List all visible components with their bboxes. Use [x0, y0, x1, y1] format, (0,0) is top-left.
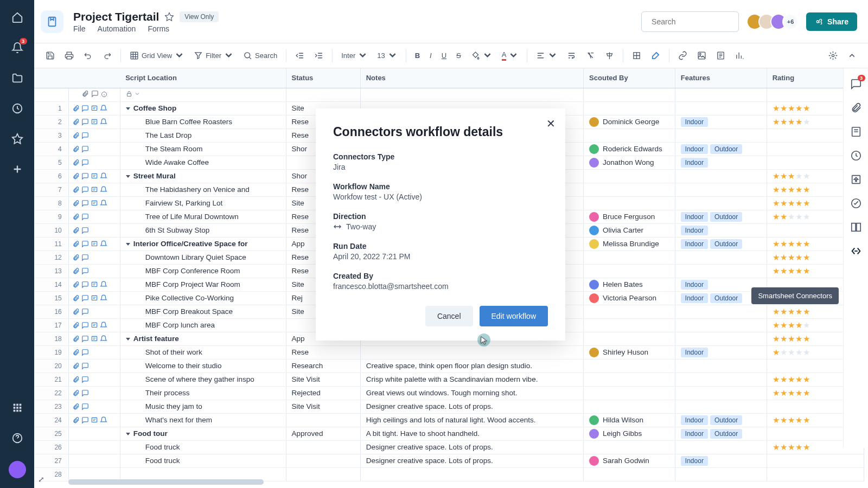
undo-icon[interactable] [80, 47, 97, 65]
svg-rect-23 [92, 119, 97, 124]
settings-icon[interactable] [825, 47, 841, 65]
edit-workflow-button[interactable]: Edit workflow [480, 306, 548, 326]
print-icon[interactable] [61, 47, 78, 65]
svg-point-19 [832, 54, 834, 56]
clear-format-icon[interactable] [582, 47, 599, 65]
col-status[interactable]: Status [286, 68, 360, 88]
help-icon[interactable] [10, 431, 25, 446]
table-row[interactable]: 27Food truckDesigner creative space. Lot… [34, 454, 864, 467]
add-icon[interactable] [10, 162, 25, 177]
indent-icon[interactable] [310, 47, 327, 65]
underline-icon[interactable]: U [438, 47, 450, 65]
collapse-icon[interactable] [844, 47, 860, 65]
strikethrough-icon[interactable]: S [452, 47, 465, 65]
menu-automation[interactable]: Automation [98, 24, 136, 33]
col-script-location[interactable]: Script Location [120, 68, 286, 88]
left-rail: 3 [0, 0, 34, 488]
chevron-down-icon [548, 51, 557, 60]
image-icon[interactable] [693, 47, 710, 65]
text-color-icon[interactable]: A [498, 47, 522, 65]
connectors-panel-icon[interactable] [850, 245, 862, 257]
comments-panel-icon[interactable]: 3 [850, 78, 862, 90]
svg-rect-30 [92, 323, 97, 327]
highlight-icon[interactable] [647, 47, 664, 65]
col-scouted-by[interactable]: Scouted By [584, 68, 675, 88]
svg-rect-21 [127, 94, 131, 97]
outdent-icon[interactable] [291, 47, 308, 65]
table-row[interactable]: 19Shot of their workReseShirley HusonInd… [34, 345, 864, 359]
col-features[interactable]: Features [675, 68, 767, 88]
view-switcher[interactable]: Grid View [126, 47, 188, 65]
svg-rect-24 [92, 174, 97, 178]
menu-file[interactable]: File [73, 24, 86, 33]
publish-panel-icon[interactable] [850, 174, 862, 185]
format-painter-icon[interactable] [601, 47, 618, 65]
fill-color-icon[interactable] [467, 47, 496, 65]
expand-icon[interactable]: ⤢ [38, 475, 44, 484]
form-icon[interactable] [712, 47, 729, 65]
bold-icon[interactable]: B [411, 47, 424, 65]
user-avatar[interactable] [9, 461, 26, 478]
svg-rect-7 [13, 410, 15, 412]
horizontal-scrollbar[interactable] [68, 479, 264, 485]
wrap-icon[interactable] [563, 47, 580, 65]
table-row[interactable]: 20Welcome to their studioResearchCreativ… [34, 359, 864, 373]
col-notes[interactable]: Notes [360, 68, 583, 88]
table-row[interactable]: 25Food tourApprovedA bit tight. Have to … [34, 427, 864, 440]
folder-icon[interactable] [10, 70, 25, 86]
table-row[interactable]: 21Scene of where they gather inspoSite V… [34, 373, 864, 386]
proofs-panel-icon[interactable] [850, 126, 862, 138]
table-row[interactable]: 24What's next for themHigh ceilings and … [34, 413, 864, 427]
close-icon[interactable]: ✕ [546, 117, 556, 130]
font-size-select[interactable]: 13 [373, 47, 400, 65]
filter-button[interactable]: Filter [190, 47, 237, 65]
collaborator-avatars[interactable]: +6 [746, 14, 799, 30]
toolbar-search[interactable]: Search [239, 47, 281, 65]
info-icon [101, 91, 107, 98]
borders-icon[interactable] [628, 47, 645, 65]
direction-value: Two-way [333, 222, 548, 231]
attachments-panel-icon[interactable] [850, 102, 862, 114]
link-icon[interactable] [674, 47, 691, 65]
summary-panel-icon[interactable] [850, 197, 862, 209]
svg-rect-3 [19, 404, 21, 406]
comment-icon [91, 90, 99, 98]
chevron-down-icon [483, 51, 492, 60]
save-icon[interactable] [42, 47, 59, 65]
italic-icon[interactable]: I [426, 47, 436, 65]
menu-forms[interactable]: Forms [148, 24, 169, 33]
align-icon[interactable] [532, 47, 561, 65]
table-row[interactable]: 23Music they jam toSite VisitDesigner cr… [34, 400, 864, 413]
bell-icon[interactable]: 3 [10, 40, 25, 55]
svg-rect-13 [131, 52, 138, 59]
favorite-star-icon[interactable] [164, 12, 174, 22]
star-icon[interactable] [10, 131, 25, 146]
svg-point-17 [700, 53, 701, 55]
svg-rect-31 [92, 336, 97, 341]
lock-icon [126, 91, 132, 97]
svg-rect-4 [13, 407, 15, 409]
table-row[interactable]: 22Their processRejectedGreat views out w… [34, 386, 864, 400]
svg-rect-5 [16, 407, 18, 409]
svg-rect-29 [92, 296, 97, 300]
recent-icon[interactable] [10, 101, 25, 116]
chevron-down-icon [224, 51, 233, 60]
workapps-panel-icon[interactable] [850, 221, 862, 233]
share-button[interactable]: Share [806, 12, 857, 31]
avatars-more-count: +6 [782, 14, 799, 30]
createdby-label: Created By [333, 272, 548, 280]
home-icon[interactable] [10, 10, 25, 25]
search-box[interactable] [641, 11, 739, 32]
workflow-details-modal: ✕ Connectors workflow details Connectors… [316, 108, 565, 341]
svg-rect-16 [699, 52, 706, 59]
notification-badge: 3 [20, 38, 27, 44]
search-input[interactable] [652, 17, 746, 26]
table-row[interactable]: 26Food truckDesigner creative space. Lot… [34, 440, 864, 454]
redo-icon[interactable] [99, 47, 116, 65]
cancel-button[interactable]: Cancel [425, 306, 473, 326]
font-family-select[interactable]: Inter [337, 47, 371, 65]
activity-panel-icon[interactable] [850, 150, 862, 162]
rundate-value: April 20, 2022 7:21 PM [333, 252, 548, 261]
apps-icon[interactable] [10, 400, 25, 415]
chart-icon[interactable] [731, 47, 748, 65]
